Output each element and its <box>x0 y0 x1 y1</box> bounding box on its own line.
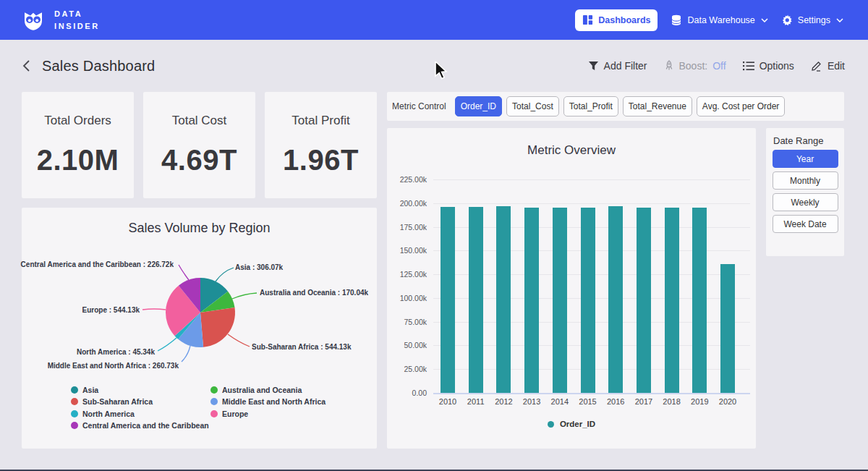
legend-label: North America <box>82 410 135 418</box>
x-axis-tick: 2019 <box>691 397 708 406</box>
pie-leader-line <box>216 268 234 281</box>
date-range-year[interactable]: Year <box>773 150 838 168</box>
bar-2010[interactable] <box>441 207 455 393</box>
kpi-value: 2.10M <box>37 144 119 177</box>
pie-legend-asia[interactable]: Asia <box>71 386 98 394</box>
owl-logo-icon <box>22 9 45 32</box>
chevron-down-icon <box>836 18 843 22</box>
dashboards-label: Dashboards <box>598 15 650 25</box>
legend-label: Asia <box>82 386 98 394</box>
x-axis-tick: 2017 <box>635 397 652 406</box>
x-axis-tick: 2016 <box>607 397 624 406</box>
date-range-label: Date Range <box>773 135 844 146</box>
pie-legend-australia-and-oceania[interactable]: Australia and Oceania <box>210 386 302 394</box>
x-axis-tick: 2013 <box>523 397 540 406</box>
kpi-label: Total Orders <box>44 114 111 128</box>
boost-state: Off <box>712 60 726 72</box>
page-title: Sales Dashboard <box>42 58 155 75</box>
bar-2012[interactable] <box>496 206 511 393</box>
dashboard-header: Sales Dashboard Add Filter Boost:Off Opt… <box>22 55 845 77</box>
add-filter-label: Add Filter <box>604 60 647 72</box>
x-axis-tick: 2015 <box>579 397 596 406</box>
pie-leader-line <box>182 346 190 362</box>
pie-legend-sub-saharan-africa[interactable]: Sub-Saharan Africa <box>71 397 153 406</box>
dashboard-grid-icon <box>582 14 593 25</box>
y-axis-tick: 175.00k <box>388 223 427 232</box>
legend-label: Middle East and North Africa <box>222 397 326 406</box>
brand: DATA INSIDER <box>22 8 100 32</box>
y-axis-tick: 225.00k <box>388 175 427 184</box>
pie-legend-central-america-and-the-caribbean[interactable]: Central America and the Caribbean <box>71 421 209 430</box>
bar-2011[interactable] <box>469 207 483 393</box>
pie-legend-middle-east-and-north-africa[interactable]: Middle East and North Africa <box>210 397 326 406</box>
options-button[interactable]: Options <box>743 60 794 72</box>
x-axis-tick: 2011 <box>467 397 485 406</box>
edit-button[interactable]: Edit <box>811 60 845 72</box>
y-axis-tick: 0.00 <box>388 389 427 397</box>
y-axis-tick: 50.00k <box>388 341 427 349</box>
options-list-icon <box>743 61 754 71</box>
x-axis-tick: 2014 <box>551 397 569 406</box>
pie-callout-asia: Asia : 306.07k <box>235 263 283 271</box>
bar-2014[interactable] <box>553 208 567 393</box>
metric-option-total-cost[interactable]: Total_Cost <box>506 96 559 116</box>
pie-callout-central-america-and-the-caribbean: Central America and the Caribbean : 226.… <box>21 260 174 268</box>
kpi-card-total-profit: Total Profit 1.96T <box>265 92 377 198</box>
metric-control-label: Metric Control <box>392 101 446 111</box>
bar-2013[interactable] <box>524 208 539 393</box>
pie-callout-middle-east-and-north-africa: Middle East and North Africa : 260.73k <box>48 362 179 370</box>
bar-2020[interactable] <box>720 264 735 393</box>
metric-option-avg-cost-per-order[interactable]: Avg. Cost per Order <box>697 96 786 116</box>
bar-2019[interactable] <box>692 208 707 393</box>
pie-callout-australia-and-oceania: Australia and Oceania : 170.04k <box>260 289 368 297</box>
metric-option-order-id[interactable]: Order_ID <box>455 96 502 116</box>
settings-menu[interactable]: Settings <box>781 14 843 26</box>
edit-label: Edit <box>827 60 845 72</box>
x-axis-tick: 2010 <box>439 397 456 406</box>
legend-dot <box>210 386 218 394</box>
pie-slice-sub-saharan-africa[interactable] <box>200 307 235 347</box>
pie-legend-north-america[interactable]: North America <box>71 410 135 418</box>
pie-leader-line <box>179 265 189 280</box>
add-filter-button[interactable]: Add Filter <box>588 60 647 72</box>
y-axis-tick: 100.00k <box>388 294 427 302</box>
pie-legend-europe[interactable]: Europe <box>210 410 248 418</box>
metric-option-total-profit[interactable]: Total_Profit <box>563 96 618 116</box>
rocket-icon <box>664 60 674 72</box>
boost-label: Boost: <box>679 60 708 72</box>
gridline <box>433 203 750 204</box>
date-range-weekly[interactable]: Weekly <box>773 193 838 211</box>
legend-dot <box>210 398 218 405</box>
legend-label: Australia and Oceania <box>222 386 302 394</box>
settings-label: Settings <box>798 15 830 25</box>
x-axis-tick: 2018 <box>663 397 680 406</box>
gridline <box>433 179 750 180</box>
pie-callout-north-america: North America : 45.34k <box>77 348 155 356</box>
filter-funnel-icon <box>588 61 599 71</box>
bar-legend[interactable]: Order_ID <box>387 420 756 428</box>
boost-toggle[interactable]: Boost:Off <box>664 60 726 72</box>
bar-2017[interactable] <box>637 208 651 393</box>
data-warehouse-label: Data Warehouse <box>687 15 754 25</box>
x-axis-tick: 2012 <box>495 397 512 406</box>
back-icon[interactable] <box>22 59 32 72</box>
metric-option-total-revenue[interactable]: Total_Revenue <box>623 96 692 116</box>
mouse-cursor <box>435 61 451 80</box>
kpi-value: 4.69T <box>161 144 237 177</box>
data-warehouse-menu[interactable]: Data Warehouse <box>671 14 767 26</box>
pie-leader-line <box>158 338 176 351</box>
bar-2018[interactable] <box>665 208 679 393</box>
options-label: Options <box>760 60 794 72</box>
date-range-monthly[interactable]: Monthly <box>773 171 838 190</box>
dashboards-button[interactable]: Dashboards <box>575 9 658 31</box>
y-axis-tick: 200.00k <box>388 199 427 208</box>
kpi-label: Total Cost <box>172 114 227 128</box>
pie-leader-line <box>232 293 257 299</box>
y-axis-tick: 150.00k <box>388 246 427 255</box>
legend-dot <box>548 421 554 428</box>
bar-2016[interactable] <box>608 206 623 393</box>
bar-2015[interactable] <box>581 208 595 393</box>
date-range-week-date[interactable]: Week Date <box>773 215 838 233</box>
kpi-card-total-cost: Total Cost 4.69T <box>143 92 255 198</box>
navbar: DATA INSIDER Dashboards Data Warehouse <box>0 0 868 40</box>
